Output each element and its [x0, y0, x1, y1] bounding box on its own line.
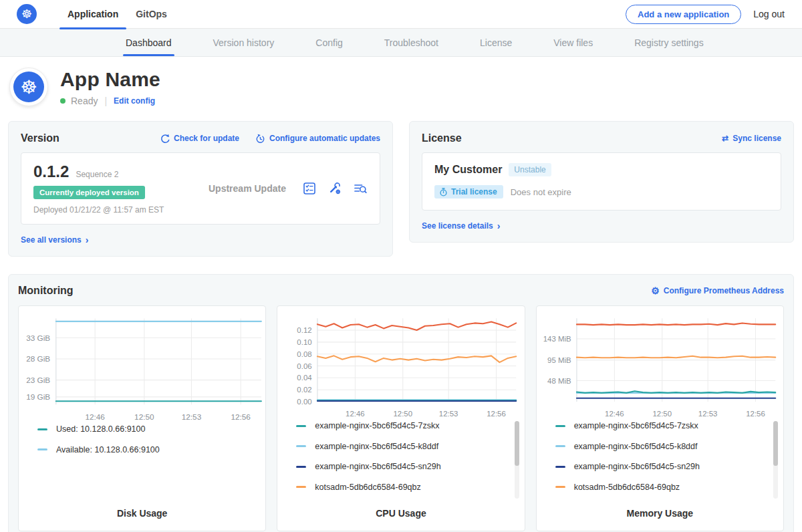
svg-text:0.04: 0.04	[297, 374, 313, 382]
legend-item: Used: 10.128.0.66:9100	[37, 424, 248, 434]
version-info: 0.1.2 Sequence 2 Currently deployed vers…	[33, 162, 188, 215]
add-application-button[interactable]: Add a new application	[626, 5, 741, 24]
monitoring-header: Monitoring ⚙ Configure Prometheus Addres…	[18, 285, 784, 297]
legend-label: example-nginx-5bc6f5d4c5-7zskx	[315, 421, 439, 430]
chevron-right-icon: ›	[497, 221, 501, 231]
check-for-update-label: Check for update	[174, 134, 239, 143]
kubernetes-logo-icon: ☸	[17, 4, 37, 24]
legend-label: example-nginx-5bc6f5d4c5-sn29h	[574, 462, 700, 471]
svg-text:48 MiB: 48 MiB	[547, 377, 571, 385]
version-number: 0.1.2	[33, 162, 69, 181]
legend-scrollbar-thumb[interactable]	[773, 421, 778, 466]
memory-usage-chart-card: 143 MiB95 MiB48 MiB12:4612:5012:5312:56 …	[536, 305, 784, 531]
app-logo: ☸	[9, 68, 48, 106]
license-details-card: My Customer Unstable Trial license Does …	[422, 152, 781, 211]
legend-color-dash	[37, 428, 47, 430]
legend-scrollbar[interactable]	[515, 421, 519, 499]
legend-item: example-nginx-5bc6f5d4c5-7zskx	[555, 421, 766, 430]
legend-item: example-nginx-5bc6f5d4c5-sn29h	[555, 462, 766, 471]
monitoring-actions: ⚙ Configure Prometheus Address	[651, 285, 784, 296]
legend-color-dash	[555, 466, 565, 468]
legend-item: example-nginx-5bc6f5d4c5-sn29h	[296, 462, 507, 471]
license-card-actions: ⇄ Sync license	[722, 134, 781, 143]
license-type-row: Trial license Does not expire	[434, 185, 769, 198]
check-for-update-link[interactable]: Check for update	[160, 134, 239, 144]
tab-application[interactable]: Application	[59, 0, 126, 29]
subnav-tab-dashboard[interactable]: Dashboard	[123, 29, 174, 56]
logout-link[interactable]: Log out	[753, 9, 785, 19]
chart-legend: Used: 10.128.0.66:9100Available: 10.128.…	[19, 423, 265, 465]
see-all-versions-label: See all versions	[21, 235, 82, 245]
license-expiry: Does not expire	[511, 187, 571, 197]
svg-text:0.06: 0.06	[297, 362, 312, 370]
page: ☸ Application GitOps Add a new applicati…	[0, 0, 802, 532]
topbar-right: Add a new application Log out	[626, 5, 785, 24]
svg-text:143 MiB: 143 MiB	[543, 335, 571, 343]
version-sequence: Sequence 2	[76, 170, 118, 179]
view-diff-icon[interactable]	[353, 181, 368, 196]
chart-title: Memory Usage	[537, 503, 783, 531]
cpu-usage-chart-card: 0.120.100.080.060.040.020.0012:4612:5012…	[277, 305, 525, 531]
subnav-tab-version-history[interactable]: Version history	[211, 29, 277, 56]
trial-license-label: Trial license	[451, 187, 497, 196]
legend-item: example-nginx-5bc6f5d4c5-k8ddf	[555, 442, 766, 451]
version-action-icons	[302, 181, 368, 196]
subnav-tab-config[interactable]: Config	[313, 29, 345, 56]
gear-icon: ⚙	[651, 285, 660, 296]
license-card: License ⇄ Sync license My Customer Unsta…	[409, 121, 794, 243]
svg-text:23 GiB: 23 GiB	[26, 376, 50, 385]
config-wrench-icon[interactable]	[327, 181, 342, 196]
cards-row: Version Check for update Configure autom…	[8, 121, 794, 257]
subnav-registry-settings-label: Registry settings	[634, 37, 703, 48]
svg-text:12:46: 12:46	[346, 410, 365, 418]
sync-license-link[interactable]: ⇄ Sync license	[722, 134, 781, 143]
svg-text:12:56: 12:56	[487, 410, 507, 418]
svg-text:12:46: 12:46	[605, 410, 624, 418]
edit-config-link[interactable]: Edit config	[114, 96, 155, 106]
subnav-tab-view-files[interactable]: View files	[551, 29, 595, 56]
chevron-right-icon: ›	[86, 235, 89, 245]
subnav-troubleshoot-label: Troubleshoot	[384, 37, 438, 48]
memory-usage-plot: 143 MiB95 MiB48 MiB12:4612:5012:5312:56	[537, 314, 783, 420]
trial-license-badge: Trial license	[434, 185, 503, 198]
legend-label: example-nginx-5bc6f5d4c5-sn29h	[315, 462, 440, 471]
upstream-update-label: Upstream Update	[188, 183, 302, 194]
svg-text:95 MiB: 95 MiB	[547, 356, 571, 364]
configure-automatic-updates-link[interactable]: Configure automatic updates	[255, 134, 380, 144]
legend-label: kotsadm-5db6dc6584-69qbz	[574, 483, 680, 492]
disk-usage-plot: 33 GiB28 GiB23 GiB19 GiB12:4612:5012:531…	[19, 314, 265, 423]
legend-label: kotsadm-5db6dc6584-69qbz	[315, 483, 420, 492]
subnav-license-label: License	[480, 37, 512, 48]
deployed-timestamp: Deployed 01/21/22 @ 11:57 am EST	[33, 205, 188, 215]
svg-text:19 GiB: 19 GiB	[26, 392, 50, 402]
legend-scrollbar[interactable]	[773, 421, 778, 499]
svg-text:12:46: 12:46	[85, 412, 105, 422]
disk-usage-chart-card: 33 GiB28 GiB23 GiB19 GiB12:4612:5012:531…	[18, 305, 266, 531]
tab-gitops[interactable]: GitOps	[128, 0, 175, 29]
preflight-checklist-icon[interactable]	[302, 181, 317, 196]
svg-text:12:56: 12:56	[231, 412, 251, 422]
subnav-tab-license[interactable]: License	[477, 29, 515, 56]
see-license-details-row: See license details ›	[422, 219, 781, 231]
svg-text:12:50: 12:50	[652, 410, 672, 418]
configure-prometheus-label: Configure Prometheus Address	[664, 286, 784, 295]
see-all-versions-row: See all versions ›	[21, 233, 380, 245]
see-license-details-label: See license details	[422, 221, 493, 231]
legend-color-dash	[296, 425, 306, 427]
subnav-tab-troubleshoot[interactable]: Troubleshoot	[382, 29, 441, 56]
see-all-versions-link[interactable]: See all versions ›	[21, 235, 88, 245]
legend-item: kotsadm-5db6dc6584-69qbz	[555, 483, 766, 492]
current-version-card: 0.1.2 Sequence 2 Currently deployed vers…	[21, 152, 380, 225]
version-card-actions: Check for update Configure automatic upd…	[160, 134, 380, 144]
legend-color-dash	[37, 448, 47, 450]
license-card-header: License ⇄ Sync license	[422, 132, 781, 144]
version-card: Version Check for update Configure autom…	[8, 121, 393, 257]
legend-item: Available: 10.128.0.66:9100	[37, 445, 248, 454]
legend-color-dash	[555, 425, 565, 427]
subnav-tab-registry-settings[interactable]: Registry settings	[632, 29, 706, 56]
legend-item: example-nginx-5bc6f5d4c5-k8ddf	[296, 442, 507, 451]
configure-prometheus-link[interactable]: ⚙ Configure Prometheus Address	[651, 285, 784, 296]
legend-scrollbar-thumb[interactable]	[515, 421, 519, 466]
deployed-badge: Currently deployed version	[33, 186, 145, 199]
see-license-details-link[interactable]: See license details ›	[422, 221, 500, 231]
